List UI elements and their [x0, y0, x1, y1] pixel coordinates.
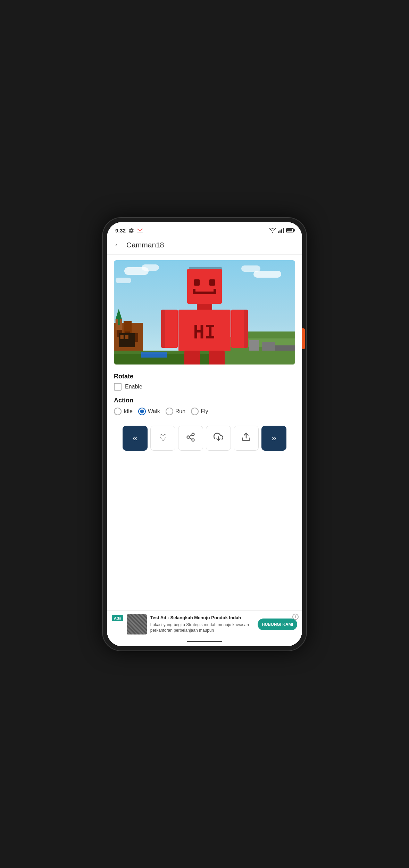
svg-rect-14: [262, 342, 275, 351]
action-section: Action Idle Walk Run: [114, 397, 295, 415]
settings-icon: [128, 228, 134, 233]
svg-marker-6: [116, 309, 122, 319]
radio-run-label: Run: [175, 408, 185, 415]
svg-rect-17: [120, 335, 124, 339]
action-radio-group: Idle Walk Run Fly: [114, 408, 295, 415]
heart-icon: ♡: [159, 433, 167, 443]
gmail-icon: [137, 228, 143, 233]
signal-bars: [278, 228, 284, 233]
rotate-enable-label: Enable: [125, 384, 142, 390]
ad-image-inner: [127, 614, 147, 634]
rotate-enable-row: Enable: [114, 383, 295, 391]
svg-rect-15: [275, 345, 295, 351]
svg-line-39: [189, 437, 192, 439]
export-button[interactable]: [234, 426, 259, 451]
prev-icon: «: [133, 433, 137, 443]
share-icon: [186, 432, 195, 444]
action-label: Action: [114, 397, 295, 404]
cloud-2: [142, 264, 159, 271]
svg-rect-26: [214, 289, 216, 294]
cloud-3: [253, 271, 281, 278]
radio-walk[interactable]: [138, 408, 146, 415]
svg-rect-13: [249, 340, 259, 351]
svg-rect-12: [243, 331, 295, 338]
back-button[interactable]: ←: [114, 240, 122, 249]
skin-image-container: HI: [114, 260, 295, 365]
svg-rect-7: [118, 319, 120, 325]
status-right: [269, 228, 294, 233]
svg-line-40: [189, 435, 192, 436]
status-bar: 9:32: [107, 222, 302, 236]
status-left: 9:32: [115, 228, 143, 234]
phone-screen: 9:32: [107, 222, 302, 646]
status-time: 9:32: [115, 228, 126, 234]
phone-frame: 9:32: [102, 217, 307, 651]
ad-text: Test Ad : Selangkah Menuju Pondok Indah …: [150, 615, 254, 633]
radio-item-walk[interactable]: Walk: [138, 408, 160, 415]
home-indicator: [107, 638, 302, 646]
svg-rect-25: [193, 289, 195, 294]
side-button: [302, 328, 305, 349]
svg-rect-35: [244, 310, 248, 348]
svg-rect-22: [194, 279, 200, 286]
svg-rect-24: [194, 292, 215, 294]
radio-fly[interactable]: [191, 408, 199, 415]
character-svg: HI: [159, 267, 250, 365]
rotate-label: Rotate: [114, 373, 295, 380]
cloud-5: [116, 278, 131, 283]
page-title: Camman18: [126, 241, 164, 249]
next-icon: »: [272, 433, 276, 443]
battery-icon: [286, 228, 294, 232]
svg-rect-2: [124, 321, 132, 333]
radio-idle-label: Idle: [124, 408, 133, 415]
home-bar: [187, 641, 222, 642]
radio-idle[interactable]: [114, 408, 122, 415]
like-button[interactable]: ♡: [150, 426, 175, 451]
ad-image: [127, 614, 147, 634]
download-icon: [214, 432, 223, 444]
radio-walk-label: Walk: [148, 408, 160, 415]
svg-rect-34: [161, 310, 165, 348]
svg-rect-18: [125, 335, 128, 339]
ad-cta-button[interactable]: HUBUNGI KAMI: [258, 619, 297, 630]
svg-rect-21: [187, 269, 222, 304]
svg-rect-33: [209, 351, 225, 365]
radio-item-idle[interactable]: Idle: [114, 408, 133, 415]
download-button[interactable]: [206, 426, 231, 451]
radio-fly-label: Fly: [201, 408, 208, 415]
svg-text:HI: HI: [193, 321, 216, 343]
ad-info-icon[interactable]: i: [292, 614, 299, 620]
svg-rect-23: [209, 279, 215, 286]
ad-title: Test Ad : Selangkah Menuju Pondok Indah: [150, 615, 254, 621]
next-button[interactable]: »: [261, 426, 286, 451]
radio-item-fly[interactable]: Fly: [191, 408, 208, 415]
radio-run[interactable]: [166, 408, 173, 415]
action-toolbar: « ♡: [114, 426, 295, 451]
character-figure: HI: [159, 267, 250, 365]
prev-button[interactable]: «: [123, 426, 148, 451]
ad-banner: i Ads Test Ad : Selangkah Menuju Pondok …: [107, 611, 302, 638]
ad-description: Lokasi yang begitu Strategis mudah menuj…: [150, 622, 254, 633]
rotate-enable-checkbox[interactable]: [114, 383, 122, 391]
rotate-section: Rotate Enable: [114, 373, 295, 391]
top-bar: ← Camman18: [107, 236, 302, 255]
wifi-icon: [269, 228, 276, 233]
main-content: HI R: [107, 255, 302, 611]
ads-badge: Ads: [112, 615, 123, 621]
radio-item-run[interactable]: Run: [166, 408, 185, 415]
export-icon: [241, 432, 251, 444]
svg-rect-32: [184, 351, 200, 365]
share-button[interactable]: [178, 426, 203, 451]
